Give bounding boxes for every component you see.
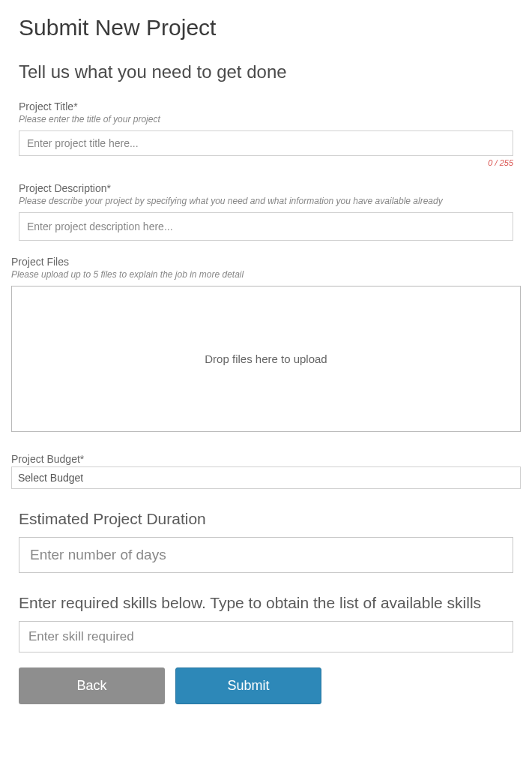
duration-label: Estimated Project Duration: [19, 510, 513, 528]
skills-group: Enter required skills below. Type to obt…: [19, 594, 513, 652]
project-description-group: Project Description* Please describe you…: [19, 182, 513, 241]
page-title: Submit New Project: [19, 15, 513, 40]
button-row: Back Submit: [19, 668, 513, 704]
project-files-hint: Please upload up to 5 files to explain t…: [11, 269, 521, 280]
project-budget-label: Project Budget*: [11, 453, 521, 465]
project-files-group: Project Files Please upload up to 5 file…: [11, 256, 521, 432]
project-budget-select[interactable]: Select Budget: [11, 466, 521, 489]
submit-button[interactable]: Submit: [175, 668, 321, 704]
project-title-label: Project Title*: [19, 100, 513, 112]
dropzone-text: Drop files here to upload: [205, 352, 327, 365]
project-files-label: Project Files: [11, 256, 521, 268]
project-description-input[interactable]: [19, 212, 513, 241]
back-button[interactable]: Back: [19, 668, 165, 704]
file-dropzone[interactable]: Drop files here to upload: [11, 286, 521, 432]
project-description-hint: Please describe your project by specifyi…: [19, 196, 513, 206]
project-title-group: Project Title* Please enter the title of…: [19, 100, 513, 167]
duration-input[interactable]: [19, 537, 513, 573]
skills-label: Enter required skills below. Type to obt…: [19, 594, 513, 612]
project-description-label: Project Description*: [19, 182, 513, 194]
project-title-counter: 0 / 255: [19, 158, 513, 167]
page-subtitle: Tell us what you need to get done: [19, 62, 513, 82]
project-title-hint: Please enter the title of your project: [19, 114, 513, 124]
project-budget-group: Project Budget* Select Budget: [11, 453, 521, 489]
skills-input[interactable]: [19, 621, 513, 652]
project-title-input[interactable]: [19, 130, 513, 156]
duration-group: Estimated Project Duration: [19, 510, 513, 573]
